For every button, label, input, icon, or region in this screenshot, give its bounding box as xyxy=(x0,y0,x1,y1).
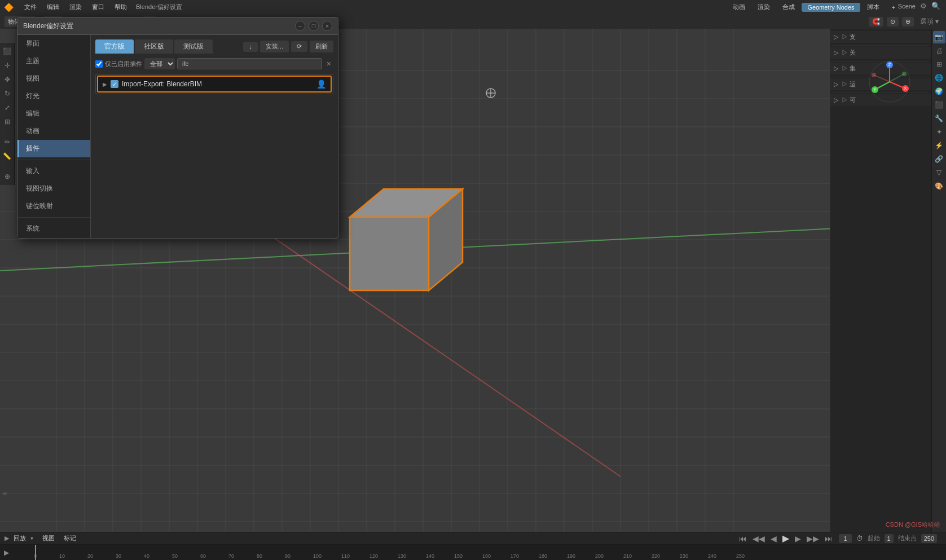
nav-themes[interactable]: 主题 xyxy=(17,52,90,70)
ruler-mark-120: 120 xyxy=(369,553,378,559)
settings-icon[interactable]: ⚙ xyxy=(920,2,927,10)
view-label[interactable]: 视图 xyxy=(42,534,55,543)
props-data-icon[interactable]: ▽ xyxy=(933,166,945,179)
add-object-tool[interactable]: ⊕ xyxy=(1,170,14,183)
props-render-icon[interactable]: 📷 xyxy=(933,31,945,43)
addon-user-icon: 👤 xyxy=(316,80,326,89)
filter-enabled-checkbox[interactable]: 仅已启用插件 xyxy=(95,60,142,68)
tab-animation[interactable]: 动画 xyxy=(727,2,751,12)
nav-interface[interactable]: 界面 xyxy=(17,35,90,52)
nav-keymap[interactable]: 键位映射 xyxy=(17,197,90,215)
props-constraints-icon[interactable]: 🔗 xyxy=(933,153,945,165)
tab-scripting[interactable]: 脚本 xyxy=(861,2,885,12)
tab-rendering[interactable]: 渲染 xyxy=(752,2,776,12)
scene-label[interactable]: Scene xyxy=(898,3,916,10)
playback-label[interactable]: 回放 xyxy=(14,534,26,543)
nav-navigation[interactable]: 视图切换 xyxy=(17,180,90,197)
tab-compositing[interactable]: 合成 xyxy=(777,2,800,12)
menu-item-edit[interactable]: 编辑 xyxy=(42,1,64,13)
axis-gizmo[interactable]: Z X Y xyxy=(867,59,912,104)
playback-dropdown[interactable]: ▾ xyxy=(30,535,33,541)
end-frame-value[interactable]: 250 xyxy=(921,534,937,543)
search-clear-btn[interactable]: × xyxy=(324,59,333,68)
jump-to-end-btn[interactable]: ⏭ xyxy=(823,533,834,544)
header-options-btn[interactable]: 選項 ▾ xyxy=(917,16,941,28)
scene-section-header[interactable]: ▷ ▷ 支 xyxy=(830,31,931,43)
props-view-layer-icon[interactable]: ⊞ xyxy=(933,58,945,70)
cursor-tool[interactable]: ✛ xyxy=(1,59,14,72)
addon-expand-arrow: ▶ xyxy=(103,81,107,87)
move-tool[interactable]: ✥ xyxy=(1,73,14,86)
menu-item-render[interactable]: 渲染 xyxy=(65,1,86,13)
proportional-edit-btn[interactable]: ⊕ xyxy=(902,17,914,27)
install-btn[interactable]: 安装... xyxy=(260,41,289,52)
timeline-body[interactable]: 0 10 20 30 40 50 60 70 80 90 100 110 120… xyxy=(0,545,946,560)
download-btn[interactable]: ↓ xyxy=(243,42,258,52)
transform-tool[interactable]: ⊞ xyxy=(1,116,14,128)
next-frame-btn[interactable]: ▶ xyxy=(793,533,803,544)
props-output-icon[interactable]: 🖨 xyxy=(933,45,945,57)
tab-official[interactable]: 官方版 xyxy=(95,39,134,54)
nav-lights[interactable]: 灯光 xyxy=(17,87,90,105)
next-keyframe-btn[interactable]: ▶▶ xyxy=(805,533,821,544)
timeline-controls: ⏮ ◀◀ ◀ ▶ ▶ ▶▶ ⏭ xyxy=(737,532,834,544)
prev-frame-btn[interactable]: ◀ xyxy=(769,533,778,544)
nav-system[interactable]: 系统 xyxy=(17,220,90,237)
tab-community[interactable]: 社区版 xyxy=(135,39,173,54)
props-physics-icon[interactable]: ⚡ xyxy=(933,139,945,152)
play-btn[interactable]: ▶ xyxy=(781,532,791,544)
addon-item-blenderbim[interactable]: ▶ ✓ Import-Export: BlenderBIM 👤 xyxy=(97,76,332,92)
search-icon[interactable]: 🔍 xyxy=(931,2,940,10)
addon-enabled-checkbox[interactable]: ✓ xyxy=(111,80,118,88)
top-menu: 文件 编辑 渲染 窗口 帮助 Blender偏好设置 xyxy=(17,1,182,13)
props-scene-icon[interactable]: 🌐 xyxy=(933,72,945,84)
markers-label[interactable]: 标记 xyxy=(64,534,76,543)
transform-pivot-btn[interactable]: ⊙ xyxy=(887,17,899,27)
nav-viewport[interactable]: 视图 xyxy=(17,70,90,87)
tab-testing[interactable]: 测试版 xyxy=(174,39,213,54)
blender-logo-icon[interactable]: 🔶 xyxy=(0,0,17,14)
close-button[interactable]: × xyxy=(322,21,332,31)
tab-geometry-nodes[interactable]: Geometry Nodes xyxy=(802,3,860,12)
refresh-icon-btn[interactable]: ⟳ xyxy=(291,41,307,52)
prev-keyframe-btn[interactable]: ◀◀ xyxy=(751,533,767,544)
playback-icon[interactable]: ▶ xyxy=(5,535,9,542)
nav-input[interactable]: 输入 xyxy=(17,162,90,180)
minimize-button[interactable]: − xyxy=(295,21,305,31)
fps-icon: ⏱ xyxy=(856,535,863,543)
hamburger-menu[interactable]: ≡ xyxy=(2,489,7,498)
props-material-icon[interactable]: 🎨 xyxy=(933,180,945,192)
timeline-header-icon[interactable]: ▶ xyxy=(0,545,12,560)
view-section-header[interactable]: ▷ ▷ 关 xyxy=(830,47,931,59)
scale-tool[interactable]: ⤢ xyxy=(1,102,14,114)
props-object-icon[interactable]: ⬛ xyxy=(933,99,945,111)
svg-text:Y: Y xyxy=(873,87,877,92)
category-select[interactable]: 全部 xyxy=(144,58,175,69)
current-frame-indicator xyxy=(35,545,36,560)
prefs-body: 界面 主题 视图 灯光 编辑 动画 插件 输入 视图切换 键位映射 系统 保存&… xyxy=(17,35,338,238)
nav-animation[interactable]: 动画 xyxy=(17,122,90,140)
props-particles-icon[interactable]: ✦ xyxy=(933,126,945,138)
menu-item-file[interactable]: 文件 xyxy=(20,1,41,13)
nav-addons[interactable]: 插件 xyxy=(17,140,90,157)
enabled-only-check[interactable] xyxy=(95,60,103,68)
ruler-mark-160: 160 xyxy=(482,553,491,559)
menu-item-window[interactable]: 窗口 xyxy=(87,1,109,13)
section-label: ▷ 支 xyxy=(842,33,856,41)
props-modifier-icon[interactable]: 🔧 xyxy=(933,112,945,125)
maximize-button[interactable]: □ xyxy=(309,21,319,31)
nav-editing[interactable]: 编辑 xyxy=(17,105,90,122)
rotate-tool[interactable]: ↻ xyxy=(1,87,14,100)
addon-search-input[interactable]: ifc xyxy=(177,58,322,69)
jump-to-start-btn[interactable]: ⏮ xyxy=(737,533,749,544)
props-world-icon[interactable]: 🌍 xyxy=(933,85,945,98)
select-box-tool[interactable]: ⬛ xyxy=(1,45,14,58)
update-btn[interactable]: 刷新 xyxy=(310,41,333,52)
measure-tool[interactable]: 📏 xyxy=(1,150,14,162)
start-frame-value[interactable]: 1 xyxy=(885,534,894,543)
nav-save-load[interactable]: 保存&加载 xyxy=(17,237,90,238)
timeline-right: 1 ⏱ 起始 1 结束点 250 xyxy=(839,534,941,543)
annotate-tool[interactable]: ✏ xyxy=(1,136,14,148)
snap-magnet-icon[interactable]: 🧲 xyxy=(869,17,883,27)
menu-item-help[interactable]: 帮助 xyxy=(110,1,131,13)
